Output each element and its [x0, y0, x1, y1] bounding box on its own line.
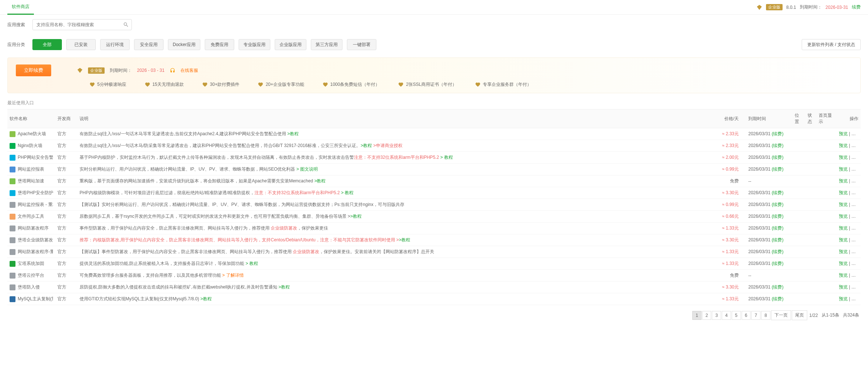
- install-link[interactable]: 安装: [851, 284, 860, 290]
- app-name[interactable]: MySQL主从复制(重构版): [18, 296, 53, 302]
- filter-3[interactable]: 安全应用: [134, 39, 164, 50]
- renew-inline-link[interactable]: (续费): [772, 237, 783, 242]
- install-link[interactable]: 安装: [851, 226, 860, 231]
- desc-link[interactable]: > 教程: [341, 190, 354, 195]
- desc-extra-link[interactable]: >申请商业授权: [372, 143, 402, 148]
- desc-link[interactable]: >教程: [287, 131, 299, 136]
- renew-inline-link[interactable]: (续费): [772, 131, 783, 136]
- app-name[interactable]: 堡塔云控平台: [18, 272, 44, 279]
- renew-inline-link[interactable]: (续费): [772, 202, 783, 207]
- renew-link[interactable]: 续费: [852, 4, 861, 10]
- filter-2[interactable]: 运行环境: [100, 39, 130, 50]
- renew-inline-link[interactable]: (续费): [772, 226, 783, 231]
- page-5[interactable]: 5: [732, 311, 741, 320]
- preview-link[interactable]: 预览: [839, 261, 848, 266]
- install-link[interactable]: 安装: [851, 131, 860, 136]
- preview-link[interactable]: 预览: [839, 131, 848, 136]
- page-2[interactable]: 2: [702, 311, 711, 320]
- page-7[interactable]: 7: [751, 311, 760, 320]
- renew-now-button[interactable]: 立即续费: [16, 64, 51, 76]
- preview-link[interactable]: 预览: [839, 226, 848, 231]
- preview-link[interactable]: 预览: [839, 273, 848, 278]
- app-name[interactable]: Nginx防火墙: [18, 143, 42, 149]
- app-name[interactable]: 堡塔防入侵: [18, 284, 40, 290]
- filter-5[interactable]: 免费应用: [205, 39, 234, 50]
- filter-6[interactable]: 专业版应用: [239, 39, 270, 50]
- install-link[interactable]: 安装: [851, 249, 860, 254]
- page-next[interactable]: 下一页: [771, 310, 791, 320]
- desc-link[interactable]: > 教程: [246, 261, 258, 266]
- filter-9[interactable]: 一键部署: [347, 39, 376, 50]
- renew-inline-link[interactable]: (续费): [772, 167, 783, 172]
- page-8[interactable]: 8: [761, 311, 770, 320]
- preview-link[interactable]: 预览: [839, 155, 848, 160]
- feature-item: 30+款付费插件: [202, 81, 239, 88]
- app-name[interactable]: 网站防篡改程序-重构版: [18, 249, 53, 255]
- desc-link[interactable]: >教程: [361, 143, 372, 148]
- page-last[interactable]: 尾页: [792, 310, 807, 320]
- desc-link[interactable]: > 图文说明: [296, 167, 318, 172]
- install-link[interactable]: 安装: [851, 155, 860, 160]
- filter-4[interactable]: Docker应用: [168, 39, 200, 50]
- renew-inline-link[interactable]: (续费): [772, 296, 783, 301]
- app-name[interactable]: Apache防火墙: [18, 131, 46, 137]
- preview-link[interactable]: 预览: [839, 167, 848, 172]
- install-link[interactable]: 安装: [851, 296, 860, 301]
- desc-link[interactable]: >教程: [399, 237, 410, 242]
- app-name[interactable]: PHP网站安全告警: [18, 154, 53, 161]
- install-link[interactable]: 安装: [851, 273, 860, 278]
- desc-link[interactable]: > 教程: [440, 155, 453, 160]
- renew-inline-link[interactable]: (续费): [772, 143, 783, 148]
- install-link[interactable]: 安装: [851, 214, 860, 219]
- install-link[interactable]: 安装: [851, 178, 860, 184]
- renew-inline-link[interactable]: (续费): [772, 261, 783, 266]
- filter-0[interactable]: 全部: [32, 39, 62, 50]
- app-name[interactable]: 文件同步工具: [18, 213, 44, 220]
- support-link[interactable]: 在线客服: [180, 67, 198, 74]
- renew-inline-link[interactable]: (续费): [772, 214, 783, 219]
- app-name[interactable]: 网站监控报表 - 重构版: [18, 202, 53, 208]
- app-name[interactable]: 网站防篡改程序: [18, 225, 49, 231]
- renew-inline-link[interactable]: (续费): [772, 284, 783, 290]
- app-name[interactable]: 网站监控报表: [18, 166, 44, 172]
- page-3[interactable]: 3: [712, 311, 721, 320]
- preview-link[interactable]: 预览: [839, 178, 848, 184]
- install-link[interactable]: 安装: [851, 143, 860, 148]
- install-link[interactable]: 安装: [851, 167, 860, 172]
- desc-link[interactable]: > 了解详情: [222, 273, 243, 278]
- desc-text: 有效防止sql注入/xss/一句话木马/防采集等常见渗透攻击，建议和PHP网站安…: [80, 143, 361, 148]
- preview-link[interactable]: 预览: [839, 214, 848, 219]
- preview-link[interactable]: 预览: [839, 284, 848, 290]
- desc-link[interactable]: >教程: [314, 178, 326, 184]
- page-1[interactable]: 1: [692, 311, 702, 320]
- preview-link[interactable]: 预览: [839, 237, 848, 242]
- preview-link[interactable]: 预览: [839, 143, 848, 148]
- preview-link[interactable]: 预览: [839, 249, 848, 254]
- app-name[interactable]: 堡塔网站加速: [18, 178, 44, 184]
- app-name[interactable]: 宝塔系统加固: [18, 261, 44, 267]
- app-name[interactable]: 堡塔PHP安全防护: [18, 190, 53, 196]
- preview-link[interactable]: 预览: [839, 190, 848, 195]
- install-link[interactable]: 安装: [851, 237, 860, 242]
- renew-inline-link[interactable]: (续费): [772, 249, 783, 254]
- renew-inline-link[interactable]: (续费): [772, 155, 783, 160]
- preview-link[interactable]: 预览: [839, 202, 848, 207]
- filter-1[interactable]: 已安装: [66, 39, 96, 50]
- tab-software-store[interactable]: 软件商店: [7, 0, 34, 15]
- install-link[interactable]: 安装: [851, 190, 860, 195]
- page-4[interactable]: 4: [722, 311, 731, 320]
- preview-link[interactable]: 预览: [839, 296, 848, 301]
- page-6[interactable]: 6: [742, 311, 751, 320]
- search-input[interactable]: [32, 19, 132, 30]
- app-name[interactable]: 堡塔企业级防篡改 - 重构版: [18, 237, 53, 243]
- install-link[interactable]: 安装: [851, 202, 860, 207]
- search-icon[interactable]: [123, 22, 129, 28]
- filter-8[interactable]: 第三方应用: [311, 39, 342, 50]
- desc-link[interactable]: >教程: [278, 284, 290, 290]
- desc-link[interactable]: >教程: [350, 214, 362, 219]
- install-link[interactable]: 安装: [851, 261, 860, 266]
- filter-7[interactable]: 企业版应用: [275, 39, 306, 50]
- update-list-button[interactable]: 更新软件列表 / 支付状态: [802, 39, 861, 50]
- desc-link[interactable]: >教程: [200, 296, 212, 301]
- renew-inline-link[interactable]: (续费): [772, 190, 783, 195]
